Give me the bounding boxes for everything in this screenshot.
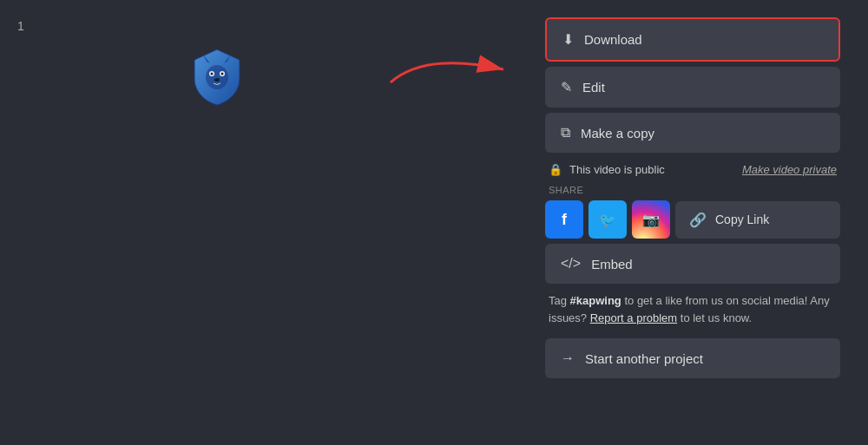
- twitter-button[interactable]: 🐦: [589, 200, 627, 239]
- tag-text: Tag #kapwing to get a like from us on so…: [545, 289, 840, 330]
- make-copy-label: Make a copy: [581, 126, 654, 141]
- arrow-right-icon: →: [561, 350, 575, 366]
- download-button[interactable]: ⬇ Download: [545, 17, 840, 62]
- lock-icon: 🔒: [549, 163, 562, 176]
- red-arrow: [382, 48, 512, 91]
- embed-icon: </>: [561, 256, 581, 272]
- svg-point-3: [211, 73, 214, 75]
- link-icon: 🔗: [689, 212, 707, 228]
- share-label: SHARE: [545, 183, 840, 195]
- share-buttons-row: f 🐦 📷 🔗 Copy Link: [545, 200, 840, 239]
- copy-link-button[interactable]: 🔗 Copy Link: [675, 201, 840, 239]
- facebook-icon: f: [562, 211, 567, 229]
- page-number: 1: [17, 19, 24, 33]
- public-left: 🔒 This video is public: [549, 163, 665, 176]
- copy-link-label: Copy Link: [715, 213, 769, 226]
- share-section: SHARE f 🐦 📷 🔗 Copy Link: [545, 183, 840, 239]
- edit-label: Edit: [582, 80, 605, 95]
- instagram-button[interactable]: 📷: [632, 200, 670, 239]
- instagram-icon: 📷: [642, 212, 660, 228]
- copy-icon: ⧉: [561, 125, 570, 141]
- shield-logo: [191, 48, 243, 107]
- public-status-row: 🔒 This video is public Make video privat…: [545, 158, 840, 178]
- public-status-text: This video is public: [569, 163, 665, 176]
- embed-label: Embed: [591, 257, 633, 272]
- start-project-label: Start another project: [585, 351, 703, 366]
- edit-button[interactable]: ✎ Edit: [545, 67, 840, 108]
- tag-before: Tag: [549, 294, 570, 307]
- svg-point-7: [214, 78, 220, 82]
- svg-point-0: [206, 65, 228, 89]
- right-panel: ⬇ Download ✎ Edit ⧉ Make a copy 🔒 This v…: [545, 17, 840, 378]
- tag-after: to let us know.: [677, 311, 752, 324]
- download-icon: ⬇: [562, 31, 574, 48]
- report-problem-link[interactable]: Report a problem: [590, 311, 677, 324]
- svg-point-4: [221, 73, 224, 75]
- edit-icon: ✎: [561, 79, 572, 95]
- make-copy-button[interactable]: ⧉ Make a copy: [545, 113, 840, 153]
- twitter-icon: 🐦: [599, 212, 616, 228]
- embed-button[interactable]: </> Embed: [545, 244, 840, 284]
- download-label: Download: [584, 32, 642, 47]
- logo-area: [191, 48, 243, 110]
- tag-hashtag: #kapwing: [570, 294, 621, 307]
- start-project-button[interactable]: → Start another project: [545, 338, 840, 378]
- facebook-button[interactable]: f: [545, 200, 583, 239]
- make-private-link[interactable]: Make video private: [742, 163, 837, 176]
